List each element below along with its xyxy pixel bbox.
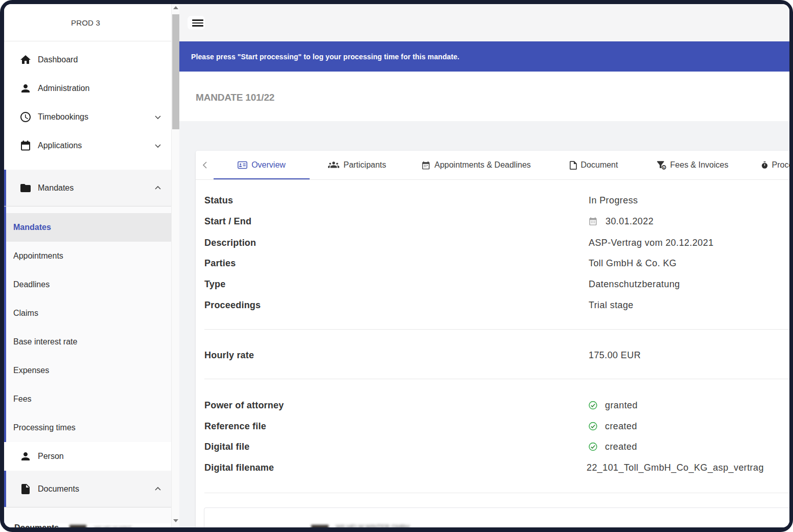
- svg-text:6: 6: [663, 166, 664, 169]
